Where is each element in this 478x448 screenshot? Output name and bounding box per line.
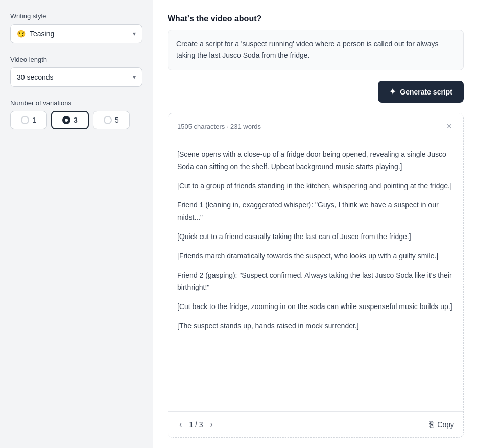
script-paragraph: [Quick cut to a friend casually taking t… bbox=[177, 231, 454, 243]
variations-group: Number of variations 1 3 5 bbox=[10, 99, 142, 129]
pagination: ‹ 1 / 3 › bbox=[177, 419, 215, 430]
video-length-group: Video length 30 seconds ▾ bbox=[10, 56, 142, 87]
close-button[interactable]: × bbox=[444, 121, 454, 132]
variations-label: Number of variations bbox=[10, 99, 142, 107]
script-card-header: 1505 characters · 231 words × bbox=[168, 113, 463, 139]
generate-script-button[interactable]: ✦ Generate script bbox=[378, 81, 464, 103]
writing-style-select[interactable]: 😏 Teasing ▾ bbox=[10, 24, 142, 43]
pagination-prev-button[interactable]: ‹ bbox=[177, 419, 184, 430]
script-paragraph: [Cut to a group of friends standing in t… bbox=[177, 180, 454, 193]
video-length-value: 30 seconds bbox=[17, 73, 54, 81]
chevron-down-icon: ▾ bbox=[133, 30, 136, 37]
variation-label-5: 5 bbox=[115, 116, 119, 124]
sidebar: Writing style 😏 Teasing ▾ Video length 3… bbox=[0, 0, 153, 448]
video-description: Create a script for a 'suspect running' … bbox=[168, 30, 464, 70]
pagination-next-button[interactable]: › bbox=[208, 419, 215, 430]
copy-icon: ⎘ bbox=[429, 420, 434, 429]
main-content: What's the video about? Create a script … bbox=[153, 0, 478, 448]
chevron-down-icon: ▾ bbox=[133, 74, 136, 81]
script-paragraph: Friend 1 (leaning in, exaggerated whispe… bbox=[177, 199, 454, 224]
video-length-label: Video length bbox=[10, 56, 142, 63]
script-paragraph: Friend 2 (gasping): "Suspect confirmed. … bbox=[177, 270, 454, 294]
script-paragraph: [Cut back to the fridge, zooming in on t… bbox=[177, 301, 454, 313]
script-card-footer: ‹ 1 / 3 › ⎘ Copy bbox=[168, 411, 463, 437]
variation-option-1[interactable]: 1 bbox=[10, 111, 47, 129]
section-title: What's the video about? bbox=[168, 14, 464, 23]
script-paragraph: [Scene opens with a close-up of a fridge… bbox=[177, 149, 454, 173]
writing-style-label: Writing style bbox=[10, 12, 142, 20]
variations-options: 1 3 5 bbox=[10, 111, 142, 129]
variation-option-5[interactable]: 5 bbox=[93, 111, 130, 129]
variation-option-3[interactable]: 3 bbox=[51, 111, 89, 129]
variation-label-3: 3 bbox=[74, 116, 78, 124]
radio-circle-1 bbox=[21, 116, 29, 124]
generate-button-label: Generate script bbox=[400, 88, 452, 96]
writing-style-value: Teasing bbox=[30, 30, 54, 38]
radio-circle-3 bbox=[62, 116, 70, 124]
script-paragraph: [Friends march dramatically towards the … bbox=[177, 250, 454, 263]
pagination-current: 1 / 3 bbox=[189, 420, 203, 429]
script-meta: 1505 characters · 231 words bbox=[177, 123, 261, 130]
variation-label-1: 1 bbox=[32, 116, 36, 124]
sparkle-icon: ✦ bbox=[389, 87, 396, 97]
video-length-select[interactable]: 30 seconds ▾ bbox=[10, 67, 142, 87]
radio-circle-5 bbox=[104, 116, 112, 124]
writing-style-group: Writing style 😏 Teasing ▾ bbox=[10, 12, 142, 43]
question-label: What's the video about? Create a script … bbox=[168, 14, 464, 70]
writing-style-emoji: 😏 bbox=[17, 30, 26, 38]
generate-row: ✦ Generate script bbox=[168, 81, 464, 103]
script-body: [Scene opens with a close-up of a fridge… bbox=[168, 139, 463, 411]
script-paragraph: [The suspect stands up, hands raised in … bbox=[177, 320, 454, 333]
copy-label: Copy bbox=[437, 420, 454, 429]
script-card: 1505 characters · 231 words × [Scene ope… bbox=[168, 113, 464, 438]
copy-button[interactable]: ⎘ Copy bbox=[429, 420, 454, 429]
